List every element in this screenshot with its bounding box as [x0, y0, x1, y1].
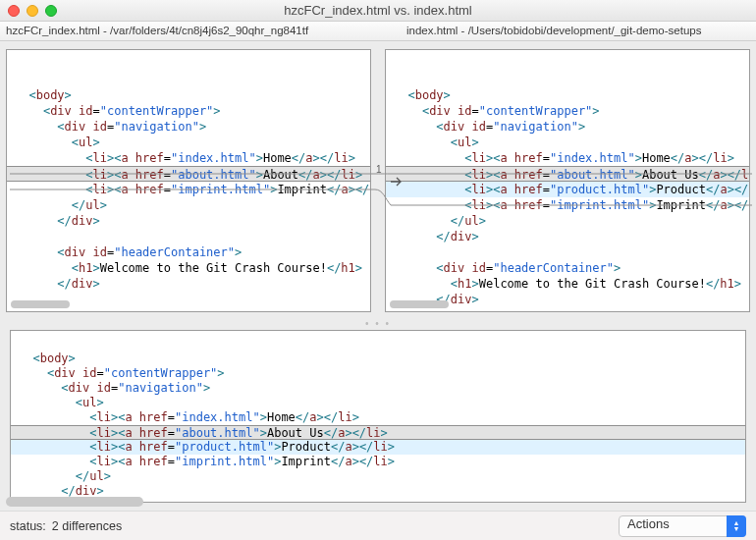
scroll-thumb[interactable] — [390, 300, 449, 308]
code-line: <div id="contentWrapper"> — [7, 103, 370, 119]
code-line: </div> — [7, 213, 370, 229]
code-line: <div id="contentWrapper"> — [11, 366, 745, 381]
actions-dropdown[interactable]: Actions ▲▼ — [619, 515, 746, 537]
code-line: </div> — [7, 276, 370, 292]
pane-splitter[interactable]: • • • — [4, 318, 752, 330]
titlebar: hzcFCr_index.html vs. index.html — [0, 0, 756, 22]
diff-top-row: <body> <div id="contentWrapper"> <div id… — [4, 49, 752, 312]
code-line — [11, 337, 745, 351]
left-code: <body> <div id="contentWrapper"> <div id… — [7, 50, 370, 292]
merged-hscroll[interactable] — [6, 497, 750, 507]
scroll-thumb[interactable] — [11, 300, 70, 308]
code-line — [386, 244, 749, 260]
left-hscroll[interactable] — [11, 300, 366, 308]
merged-code: <body> <div id="contentWrapper"> <div id… — [11, 331, 745, 499]
workarea: <body> <div id="contentWrapper"> <div id… — [0, 41, 756, 503]
code-line — [386, 72, 749, 87]
code-line: </ul> — [386, 213, 749, 229]
code-line: <div id="navigation"> — [386, 119, 749, 135]
minimize-icon[interactable] — [27, 5, 38, 17]
right-diff-pane[interactable]: <body> <div id="contentWrapper"> <div id… — [385, 49, 750, 312]
code-line: </ul> — [11, 469, 745, 484]
code-line: <h1>Welcome to the Git Crash Course!</h1… — [386, 276, 749, 292]
code-line: <div id="headerContainer"> — [7, 244, 370, 260]
scroll-thumb[interactable] — [6, 497, 143, 507]
code-line: <body> — [386, 87, 749, 103]
code-line — [7, 56, 370, 72]
code-line: <ul> — [11, 396, 745, 410]
right-hscroll[interactable] — [390, 300, 745, 308]
code-line: <li><a href="about.html">About Us</a></l… — [386, 166, 749, 182]
code-line: <li><a href="index.html">Home</a></li> — [386, 150, 749, 166]
code-line: </ul> — [7, 197, 370, 213]
window-controls — [8, 5, 57, 17]
code-line — [7, 229, 370, 244]
code-line: <ul> — [7, 135, 370, 150]
code-line: <li><a href="about.html">About Us</a></l… — [11, 425, 745, 440]
code-line: <li><a href="index.html">Home</a></li> — [7, 150, 370, 166]
code-line: <div id="navigation"> — [11, 381, 745, 396]
status-bar: status: 2 differences Actions ▲▼ — [0, 511, 756, 540]
code-line: <li><a href="product.html">Product</a></… — [11, 440, 745, 455]
left-file-path: hzcFCr_index.html - /var/folders/4t/cn8j… — [0, 22, 401, 40]
code-line: <li><a href="index.html">Home</a></li> — [11, 410, 745, 425]
code-line: <body> — [11, 351, 745, 366]
code-line: <li><a href="imprint.html">Imprint</a></… — [7, 182, 370, 197]
code-line: <li><a href="imprint.html">Imprint</a></… — [386, 197, 749, 213]
code-line: <li><a href="product.html">Product</a></… — [386, 182, 749, 197]
left-diff-pane[interactable]: <body> <div id="contentWrapper"> <div id… — [6, 49, 371, 312]
code-line: <h1>Welcome to the Git Crash Course!</h1… — [7, 260, 370, 276]
chevron-updown-icon: ▲▼ — [727, 515, 746, 537]
code-line: <div id="contentWrapper"> — [386, 103, 749, 119]
right-code: <body> <div id="contentWrapper"> <div id… — [386, 50, 749, 307]
file-paths-bar: hzcFCr_index.html - /var/folders/4t/cn8j… — [0, 22, 756, 41]
code-line — [386, 56, 749, 72]
zoom-icon[interactable] — [45, 5, 57, 17]
diff-hunk-number: 1 — [376, 164, 382, 175]
close-icon[interactable] — [8, 5, 20, 17]
code-line: <body> — [7, 87, 370, 103]
window-title: hzcFCr_index.html vs. index.html — [0, 3, 756, 18]
right-file-path: index.html - /Users/tobidobi/development… — [401, 22, 756, 40]
merged-pane[interactable]: <body> <div id="contentWrapper"> <div id… — [10, 330, 746, 503]
code-line: </div> — [386, 229, 749, 244]
code-line: <div id="headerContainer"> — [386, 260, 749, 276]
code-line: <li><a href="about.html">About</a></li> — [7, 166, 370, 182]
code-line: <ul> — [386, 135, 749, 150]
status-label: status: — [10, 519, 46, 533]
status-text: 2 differences — [52, 519, 122, 533]
code-line: <div id="navigation"> — [7, 119, 370, 135]
code-line: <li><a href="imprint.html">Imprint</a></… — [11, 455, 745, 469]
code-line — [7, 72, 370, 87]
